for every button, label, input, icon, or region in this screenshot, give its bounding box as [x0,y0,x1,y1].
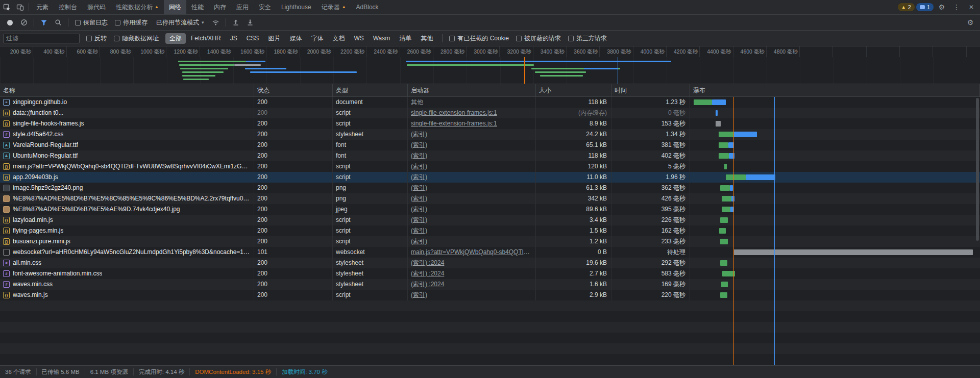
table-row[interactable]: AVarelaRound-Regular.ttf200font(索引)65.1 … [0,140,980,150]
filter-pill-5[interactable]: 媒体 [285,33,306,44]
throttling-select[interactable]: 已停用节流模式▾ [156,18,204,27]
tab-performance[interactable]: 性能 [186,0,209,14]
table-row[interactable]: {}flying-pages.min.js200script(索引)1.5 kB… [0,225,980,236]
initiator-link[interactable]: (索引) [411,290,532,300]
table-row[interactable]: %E8%87%AD%E5%8D%B7%E5%8C%85%E5%9C%86%E5%… [0,193,980,204]
filter-input[interactable] [3,34,80,43]
filter-toggle-button[interactable] [37,19,51,26]
column-header-status[interactable]: 状态 [254,84,333,97]
table-row[interactable]: {}app.2094e03b.js200script(索引)11.0 kB1.9… [0,172,980,183]
filter-pill-9[interactable]: Wasm [369,34,395,43]
inspect-button[interactable] [0,0,13,14]
table-row[interactable]: {}busuanzi.pure.mini.js200script(索引)1.2 … [0,236,980,247]
column-header-time[interactable]: 时间 [611,84,690,97]
filter-pill-10[interactable]: 清单 [395,33,415,44]
search-button[interactable] [52,19,65,26]
network-conditions-button[interactable] [209,19,223,26]
filter-pill-6[interactable]: 字体 [307,33,327,44]
table-row[interactable]: %E8%87%AD%E5%8D%B7%E5%AE%9D.74vk4cdjex40… [0,204,980,215]
table-row[interactable]: #waves.min.css200stylesheet(索引) :20241.6… [0,279,980,290]
column-header-waterfall[interactable]: 瀑布 [690,84,980,97]
table-row[interactable]: image.5hpz9c2gz240.png200png(索引)61.3 kB3… [0,183,980,193]
table-row[interactable]: AUbuntuMono-Regular.ttf200font(索引)118 kB… [0,150,980,161]
initiator-link[interactable]: (索引) [411,204,532,215]
tab-adblock[interactable]: AdBlock [351,0,384,14]
ruler-tick: 1600 毫秒 [233,46,266,57]
record-button[interactable] [3,20,16,26]
warnings-badge[interactable]: ▲2 [898,3,915,11]
waterfall-bar [716,121,721,127]
initiator-link[interactable]: main.js?attr=VPWkjQWbQahq0-sb4QQTl2d... [411,247,532,258]
table-row[interactable]: websocket?url=aHR0cHM6Ly94aW5ncGluZ2NuLm… [0,247,980,258]
table-row[interactable]: {}lazyload.min.js200script(索引)3.4 kB226 … [0,215,980,225]
column-header-size[interactable]: 大小 [536,84,611,97]
table-row[interactable]: {}waves.min.js200script(索引)2.9 kB220 毫秒 [0,290,980,300]
initiator-link[interactable]: (索引) [411,183,532,193]
table-row[interactable]: {}main.js?attr=VPWkjQWbQahq0-sb4QQTl2dFT… [0,161,980,172]
tab-application[interactable]: 应用 [231,0,254,14]
filter-pill-0[interactable]: 全部 [165,33,186,44]
initiator-link[interactable]: (索引) [411,215,532,225]
more-options-icon[interactable]: ⋮ [950,3,963,11]
table-row[interactable]: #font-awesome-animation.min.css200styles… [0,268,980,279]
toolbar-checkbox-1[interactable]: 停用缓存 [115,18,148,27]
filter-pill-3[interactable]: CSS [242,34,263,43]
filter-checkbox-post-2[interactable]: 第三方请求 [568,34,607,43]
export-har-button[interactable] [243,19,257,26]
filter-pill-1[interactable]: Fetch/XHR [187,34,225,43]
initiator-link[interactable]: (索引) [411,236,532,247]
table-row[interactable]: #all.min.css200stylesheet(索引) :202419.6 … [0,258,980,268]
settings-gear-icon[interactable]: ⚙ [935,3,948,11]
initiator-link[interactable]: (索引) [411,161,532,172]
toolbar-checkbox-0[interactable]: 保留日志 [75,18,108,27]
column-header-type[interactable]: 类型 [333,84,408,97]
filter-checkbox-post-1[interactable]: 被屏蔽的请求 [516,34,561,43]
initiator-link[interactable]: (索引) [411,140,532,150]
tabbar-right-controls: ▲2 1 ⚙ ⋮ ✕ [898,0,980,14]
tab-console[interactable]: 控制台 [54,0,82,14]
waterfall-overview[interactable] [0,57,980,84]
filter-pill-11[interactable]: 其他 [416,33,437,44]
checkbox-label: 被屏蔽的请求 [524,34,561,43]
table-row[interactable]: {}data:;(function t0...200scriptsingle-f… [0,108,980,118]
initiator-link[interactable]: (索引) [411,150,532,161]
tab-network[interactable]: 网络 [164,0,186,14]
tab-lighthouse[interactable]: Lighthouse [276,0,316,14]
tab-sources[interactable]: 源代码 [82,0,111,14]
device-toolbar-button[interactable] [13,0,27,14]
import-har-button[interactable] [229,19,242,26]
filter-pill-4[interactable]: 图片 [264,33,284,44]
initiator-link[interactable]: (索引) [411,225,532,236]
initiator-link[interactable]: (索引) :2024 [411,279,532,290]
filter-pill-8[interactable]: WS [350,34,368,43]
initiator-link[interactable]: single-file-extension-frames.js:1 [411,118,532,129]
waterfall-bar [730,207,733,212]
clear-button[interactable] [17,19,31,26]
tab-memory[interactable]: 内存 [209,0,231,14]
initiator-link[interactable]: single-file-extension-frames.js:1 [411,108,532,118]
initiator-link[interactable]: (索引) [411,129,532,140]
initiator-link[interactable]: (索引) :2024 [411,268,532,279]
filter-checkbox-pre-0[interactable]: 反转 [86,34,107,43]
filter-pill-2[interactable]: JS [226,34,241,43]
table-row[interactable]: {}single-file-hooks-frames.js200scriptsi… [0,118,980,129]
network-settings-gear-icon[interactable]: ⚙ [964,18,977,27]
filter-checkbox-pre-1[interactable]: 隐藏数据网址 [114,34,159,43]
tab-recorder[interactable]: 记录器▲ [316,0,351,14]
close-devtools-icon[interactable]: ✕ [965,4,978,11]
table-row[interactable]: #style.d4f5a642.css200stylesheet(索引)24.2… [0,129,980,140]
tab-security[interactable]: 安全 [254,0,276,14]
tab-elements[interactable]: 元素 [31,0,54,14]
filter-checkbox-post-0[interactable]: 有已拦截的 Cookie [449,34,509,43]
vertical-scrollbar[interactable] [976,98,979,241]
column-header-name[interactable]: 名称 [0,84,254,97]
tab-performance-insights[interactable]: 性能数据分析▲ [111,0,164,14]
filter-pill-7[interactable]: 文档 [328,33,349,44]
initiator-link[interactable]: (索引) :2024 [411,258,532,268]
issues-badge[interactable]: 1 [916,3,934,11]
tab-strip: 元素控制台源代码性能数据分析▲网络性能内存应用安全Lighthouse记录器▲A… [31,0,384,14]
table-row[interactable]: ≡xingpingcn.github.io200document其他118 kB… [0,97,980,108]
column-header-initiator[interactable]: 启动器 [408,84,536,97]
initiator-link[interactable]: (索引) [411,172,532,183]
initiator-link[interactable]: (索引) [411,193,532,204]
